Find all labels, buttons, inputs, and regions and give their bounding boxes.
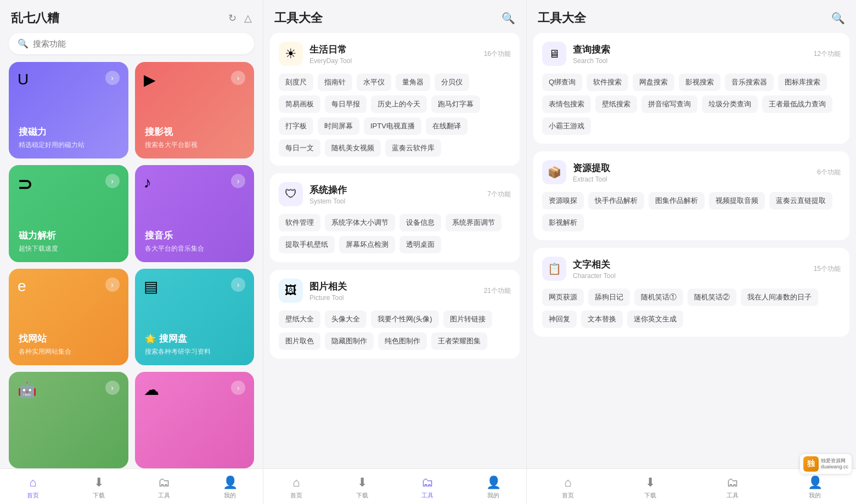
tag-decibel[interactable]: 分贝仪 bbox=[435, 73, 469, 91]
right-search-icon[interactable]: 🔍 bbox=[831, 12, 845, 25]
tag-pinyin-abbr[interactable]: 拼音缩写查询 bbox=[641, 95, 697, 113]
tag-daily-text[interactable]: 每日一文 bbox=[279, 139, 320, 157]
card-music-sub: 各大平台的音乐集合 bbox=[145, 244, 245, 253]
tag-wallpaper-search[interactable]: 壁纸搜索 bbox=[595, 95, 637, 113]
tag-iptv[interactable]: IPTV电视直播 bbox=[364, 117, 421, 135]
tag-software-mgmt[interactable]: 软件管理 bbox=[279, 214, 320, 231]
tag-joke2[interactable]: 随机笑话② bbox=[688, 288, 736, 306]
download-icon-left: ⬇ bbox=[94, 475, 104, 490]
tag-hidden-img[interactable]: 隐藏图制作 bbox=[325, 332, 374, 350]
mid-nav-download[interactable]: ⬇ 下载 bbox=[329, 473, 395, 502]
download-icon-right: ⬇ bbox=[645, 475, 655, 490]
mid-nav-home[interactable]: ⌂ 首页 bbox=[263, 473, 329, 502]
tag-honor-img[interactable]: 王者荣耀图集 bbox=[431, 332, 487, 350]
card-android[interactable]: 🤖 › bbox=[9, 372, 128, 468]
section-everyday-tags: 刻度尺 指南针 水平仪 量角器 分贝仪 简易画板 每日早报 历史上的今天 跑马灯… bbox=[279, 73, 511, 157]
tag-god-reply[interactable]: 神回复 bbox=[542, 310, 577, 328]
tag-garbage-classify[interactable]: 垃圾分类查询 bbox=[702, 95, 758, 113]
tag-emoji-search[interactable]: 表情包搜索 bbox=[542, 95, 591, 113]
tag-mini-english[interactable]: 迷你英文生成 bbox=[627, 310, 683, 328]
card-findweb[interactable]: e › 找网站 各种实用网站集合 bbox=[9, 269, 128, 365]
tag-compass[interactable]: 指南针 bbox=[318, 73, 352, 91]
tag-level[interactable]: 水平仪 bbox=[357, 73, 391, 91]
tag-wallpaper-all[interactable]: 壁纸大全 bbox=[279, 310, 320, 328]
tag-dead-pixel[interactable]: 屏幕坏点检测 bbox=[339, 236, 395, 253]
right-nav-download[interactable]: ⬇ 下载 bbox=[609, 473, 691, 502]
tag-webpage-source[interactable]: 网页获源 bbox=[542, 288, 584, 306]
tag-ruler[interactable]: 刻度尺 bbox=[279, 73, 313, 91]
tag-icon-search[interactable]: 图标库搜索 bbox=[778, 73, 827, 91]
tag-transparent-desk[interactable]: 透明桌面 bbox=[399, 236, 441, 253]
card-disk-icon: ▤ bbox=[144, 278, 158, 296]
tag-q-bind[interactable]: Q绑查询 bbox=[542, 73, 582, 91]
tag-resource-sniff[interactable]: 资源嗅探 bbox=[542, 192, 584, 209]
search-input-left[interactable] bbox=[33, 39, 245, 48]
search-bar-left[interactable]: 🔍 bbox=[9, 33, 254, 54]
tag-solid-color[interactable]: 纯色图制作 bbox=[378, 332, 427, 350]
tag-random-girl[interactable]: 随机美女视频 bbox=[325, 139, 381, 157]
card-music-icon: ♪ bbox=[144, 174, 151, 191]
tag-color-pick[interactable]: 图片取色 bbox=[279, 332, 320, 350]
card-disk[interactable]: ▤ › 🌟 搜网盘 搜索各种考研学习资料 bbox=[135, 269, 255, 365]
tag-kuaishou-parse[interactable]: 快手作品解析 bbox=[588, 192, 644, 209]
mid-nav-tools[interactable]: 🗂 工具 bbox=[395, 473, 461, 502]
tag-lanzou[interactable]: 蓝奏云软件库 bbox=[385, 139, 441, 157]
card-video[interactable]: ▶ › 搜影视 搜索各大平台影视 bbox=[135, 62, 255, 158]
card-android-arrow: › bbox=[105, 381, 120, 395]
tag-video-extract-audio[interactable]: 视频提取音频 bbox=[709, 192, 765, 209]
tag-video-parse[interactable]: 影视解析 bbox=[542, 214, 584, 231]
refresh-icon[interactable]: ↻ bbox=[228, 12, 236, 24]
tag-typewriter[interactable]: 打字板 bbox=[279, 117, 313, 135]
watermark-text: 独爱资源网duaiwang.cc bbox=[821, 458, 848, 470]
tag-system-ui[interactable]: 系统界面调节 bbox=[446, 214, 502, 231]
tag-protractor[interactable]: 量角器 bbox=[396, 73, 430, 91]
tag-mini-hegemon[interactable]: 小霸王游戏 bbox=[542, 117, 591, 135]
section-char-header-left: 📋 文字相关 Character Tool bbox=[542, 257, 616, 281]
mid-nav-mine[interactable]: 👤 我的 bbox=[460, 473, 526, 502]
card-music[interactable]: ♪ › 搜音乐 各大平台的音乐集合 bbox=[135, 165, 255, 262]
section-everyday-title: 生活日常 bbox=[309, 43, 352, 56]
tag-dog-diary[interactable]: 舔狗日记 bbox=[588, 288, 630, 306]
tag-lanzou-extract[interactable]: 蓝奏云直链提取 bbox=[769, 192, 832, 209]
tag-video-search[interactable]: 影视搜索 bbox=[679, 73, 720, 91]
tag-img-link[interactable]: 图片转链接 bbox=[443, 310, 492, 328]
tag-personal-avatar[interactable]: 我要个性网(头像) bbox=[371, 310, 439, 328]
tag-disk-search[interactable]: 网盘搜索 bbox=[633, 73, 674, 91]
tag-device-info[interactable]: 设备信息 bbox=[399, 214, 441, 231]
tag-album-parse[interactable]: 图集作品解析 bbox=[649, 192, 705, 209]
left-nav-mine[interactable]: 👤 我的 bbox=[197, 473, 263, 502]
tag-history-today[interactable]: 历史上的今天 bbox=[371, 95, 427, 113]
mid-search-icon[interactable]: 🔍 bbox=[502, 12, 515, 25]
tag-human-world[interactable]: 我在人间凑数的日子 bbox=[741, 288, 818, 306]
left-top-bar: 乱七八糟 ↻ △ bbox=[0, 0, 263, 33]
section-search: 🖥 查询搜索 Search Tool 12个功能 Q绑查询 软件搜索 网盘搜索 … bbox=[533, 33, 849, 144]
tag-joke1[interactable]: 随机笑话① bbox=[634, 288, 683, 306]
right-nav-home[interactable]: ⌂ 首页 bbox=[527, 473, 609, 502]
mid-content: ☀ 生活日常 EveryDay Tool 16个功能 刻度尺 指南针 水平仪 量… bbox=[263, 33, 526, 468]
right-nav-mine[interactable]: 👤 我的 bbox=[774, 473, 856, 502]
card-magnet-arrow: › bbox=[105, 71, 120, 85]
tag-text-replace[interactable]: 文本替换 bbox=[581, 310, 623, 328]
left-nav-download[interactable]: ⬇ 下载 bbox=[66, 473, 132, 502]
left-nav-tools[interactable]: 🗂 工具 bbox=[132, 473, 198, 502]
tag-avatar-all[interactable]: 头像大全 bbox=[325, 310, 367, 328]
card-magnet[interactable]: U › 搜磁力 精选稳定好用的磁力站 bbox=[9, 62, 128, 158]
tag-translate[interactable]: 在线翻译 bbox=[426, 117, 468, 135]
tag-music-search[interactable]: 音乐搜索器 bbox=[725, 73, 774, 91]
alert-icon[interactable]: △ bbox=[244, 12, 252, 24]
tag-marquee[interactable]: 跑马灯字幕 bbox=[431, 95, 480, 113]
tag-time-screen[interactable]: 时间屏幕 bbox=[318, 117, 359, 135]
left-nav-home[interactable]: ⌂ 首页 bbox=[0, 473, 66, 502]
left-bottom-nav: ⌂ 首页 ⬇ 下载 🗂 工具 👤 我的 bbox=[0, 468, 263, 504]
tag-drawboard[interactable]: 简易画板 bbox=[279, 95, 320, 113]
tag-extract-wallpaper[interactable]: 提取手机壁纸 bbox=[279, 236, 335, 253]
card-magnet-parse[interactable]: ⊃ › 磁力解析 超快下载速度 bbox=[9, 165, 128, 262]
tag-honor-min-power[interactable]: 王者最低战力查询 bbox=[762, 95, 832, 113]
tag-software-search[interactable]: 软件搜索 bbox=[587, 73, 628, 91]
card-cloud[interactable]: ☁ › bbox=[135, 372, 255, 468]
tag-morning-news[interactable]: 每日早报 bbox=[325, 95, 367, 113]
section-picture-header-left: 🖼 图片相关 Picture Tool bbox=[279, 279, 347, 303]
right-nav-tools[interactable]: 🗂 工具 bbox=[691, 473, 774, 502]
tag-font-size[interactable]: 系统字体大小调节 bbox=[325, 214, 395, 231]
section-char-header: 📋 文字相关 Character Tool 15个功能 bbox=[542, 257, 841, 281]
